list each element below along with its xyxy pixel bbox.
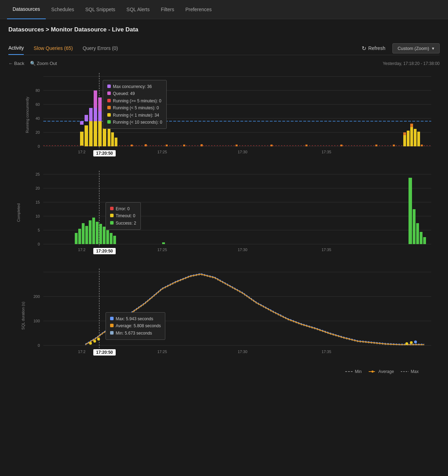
svg-rect-18 bbox=[80, 121, 84, 125]
svg-rect-26 bbox=[94, 121, 97, 146]
svg-text:17:2: 17:2 bbox=[78, 248, 85, 252]
tab-query-errors[interactable]: Query Errors (0) bbox=[82, 42, 118, 54]
chart1-container: Running concurrently 0 20 40 60 80 bbox=[26, 69, 440, 160]
chart2-y-label: Completed bbox=[16, 203, 21, 222]
svg-rect-80 bbox=[99, 224, 102, 244]
svg-rect-76 bbox=[85, 226, 88, 244]
svg-rect-78 bbox=[92, 218, 95, 244]
chart1-y-label: Running concurrently bbox=[25, 97, 29, 133]
svg-rect-23 bbox=[89, 121, 93, 146]
svg-text:0: 0 bbox=[38, 343, 40, 347]
chevron-down-icon: ▾ bbox=[432, 46, 434, 51]
svg-text:17:30: 17:30 bbox=[238, 248, 247, 252]
svg-rect-22 bbox=[89, 108, 93, 121]
chart3-container: SQL duration (s) 0 100 200 17:2 17:25 17… bbox=[26, 265, 440, 374]
zoom-dropdown-label: Custom (Zoom) bbox=[398, 46, 429, 51]
svg-text:10: 10 bbox=[36, 214, 40, 218]
svg-rect-27 bbox=[98, 97, 102, 111]
nav-sql-alerts[interactable]: SQL Alerts bbox=[121, 0, 155, 19]
svg-rect-73 bbox=[75, 233, 78, 244]
svg-rect-88 bbox=[416, 223, 419, 244]
chart1-timestamp: 17:20:50 bbox=[93, 151, 116, 156]
svg-rect-43 bbox=[305, 145, 308, 146]
svg-rect-85 bbox=[162, 242, 165, 244]
svg-text:20: 20 bbox=[36, 130, 40, 134]
svg-text:17:2: 17:2 bbox=[78, 350, 85, 354]
main-content: Datasources > Monitor Datasource - Live … bbox=[0, 19, 448, 389]
svg-rect-24 bbox=[94, 90, 97, 108]
tabs-actions: ↻ Refresh Custom (Zoom) ▾ bbox=[359, 43, 440, 53]
svg-rect-77 bbox=[89, 220, 92, 244]
svg-rect-28 bbox=[98, 111, 102, 121]
svg-rect-36 bbox=[131, 145, 133, 146]
svg-rect-90 bbox=[423, 237, 426, 244]
svg-rect-48 bbox=[421, 145, 423, 146]
svg-rect-41 bbox=[236, 145, 238, 146]
tabs-row: Activity Slow Queries (65) Query Errors … bbox=[8, 42, 440, 55]
tab-activity[interactable]: Activity bbox=[8, 42, 24, 55]
nav-schedules[interactable]: Schedules bbox=[46, 0, 80, 19]
chart-controls-left: ← Back 🔍 Zoom Out bbox=[8, 61, 57, 66]
svg-text:0: 0 bbox=[38, 144, 40, 148]
svg-point-106 bbox=[405, 342, 408, 345]
chart1-tooltip: Max concurrency: 36 Queued: 49 Running (… bbox=[103, 80, 167, 129]
svg-text:17:25: 17:25 bbox=[157, 248, 167, 252]
svg-rect-37 bbox=[145, 144, 147, 146]
refresh-icon: ↻ bbox=[362, 45, 366, 52]
nav-datasources[interactable]: Datasources bbox=[7, 0, 46, 19]
svg-rect-53 bbox=[417, 132, 420, 146]
svg-rect-34 bbox=[111, 132, 114, 146]
chart3-y-label: SQL duration (s) bbox=[21, 302, 25, 330]
svg-rect-89 bbox=[420, 232, 422, 244]
zoom-dropdown[interactable]: Custom (Zoom) ▾ bbox=[392, 43, 440, 53]
svg-text:5: 5 bbox=[38, 228, 40, 232]
svg-rect-19 bbox=[80, 132, 84, 146]
legend-avg: Average bbox=[369, 369, 394, 374]
tab-slow-queries[interactable]: Slow Queries (65) bbox=[34, 42, 73, 54]
svg-rect-20 bbox=[85, 115, 88, 121]
svg-rect-39 bbox=[183, 145, 185, 146]
svg-text:0: 0 bbox=[38, 242, 40, 246]
svg-text:100: 100 bbox=[34, 319, 40, 323]
chart3-timestamp: 17:20:50 bbox=[93, 350, 116, 355]
legend-max: Max bbox=[401, 369, 419, 374]
svg-rect-84 bbox=[113, 236, 116, 244]
svg-text:200: 200 bbox=[34, 294, 40, 299]
chart1-svg: 0 20 40 60 80 17:2 17:25 17:30 17:35 bbox=[26, 69, 438, 160]
svg-text:20: 20 bbox=[36, 186, 40, 190]
chart-area: ← Back 🔍 Zoom Out Yesterday, 17:18:20 - … bbox=[8, 55, 440, 382]
chart2-container: Completed 0 5 10 15 20 25 bbox=[26, 167, 440, 258]
svg-rect-52 bbox=[414, 129, 417, 146]
nav-sql-snippets[interactable]: SQL Snippets bbox=[80, 0, 121, 19]
svg-rect-38 bbox=[166, 145, 168, 146]
svg-text:25: 25 bbox=[36, 172, 40, 176]
svg-rect-46 bbox=[393, 145, 395, 146]
svg-point-111 bbox=[371, 371, 374, 373]
chart2-timestamp: 17:20:50 bbox=[93, 248, 116, 254]
legend-max-label: Max bbox=[411, 369, 419, 374]
nav-preferences[interactable]: Preferences bbox=[180, 0, 217, 19]
legend-min: Min bbox=[345, 369, 362, 374]
svg-rect-44 bbox=[340, 145, 342, 146]
svg-rect-75 bbox=[82, 223, 85, 244]
chart2-svg: 0 5 10 15 20 25 17:2 17:25 17:30 17:35 bbox=[26, 167, 438, 258]
svg-text:17:30: 17:30 bbox=[238, 150, 247, 154]
svg-rect-51 bbox=[410, 127, 413, 146]
nav-filters[interactable]: Filters bbox=[155, 0, 180, 19]
svg-rect-29 bbox=[98, 121, 102, 146]
svg-rect-79 bbox=[96, 222, 99, 244]
refresh-button[interactable]: ↻ Refresh bbox=[359, 44, 388, 53]
back-button[interactable]: ← Back bbox=[8, 61, 24, 66]
svg-rect-25 bbox=[94, 108, 97, 121]
legend-avg-label: Average bbox=[378, 369, 394, 374]
zoom-out-button[interactable]: 🔍 Zoom Out bbox=[30, 61, 57, 66]
svg-text:17:30: 17:30 bbox=[238, 350, 247, 354]
svg-rect-45 bbox=[375, 145, 377, 146]
svg-rect-33 bbox=[108, 129, 110, 146]
breadcrumb: Datasources > Monitor Datasource - Live … bbox=[8, 26, 440, 33]
svg-rect-82 bbox=[106, 230, 109, 244]
svg-text:17:35: 17:35 bbox=[321, 248, 331, 252]
svg-rect-55 bbox=[410, 124, 413, 127]
svg-text:17:35: 17:35 bbox=[321, 150, 331, 154]
chart3-tooltip: Max: 5.943 seconds Average: 5.808 second… bbox=[106, 312, 165, 340]
